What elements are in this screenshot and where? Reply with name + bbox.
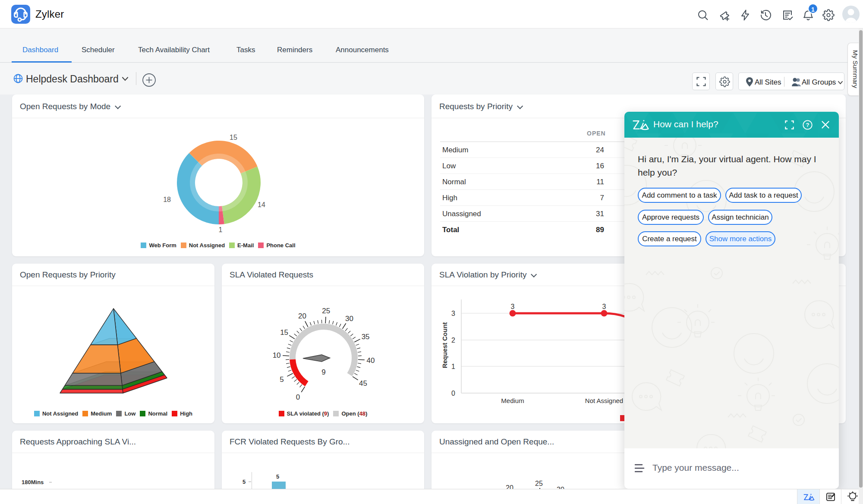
svg-text:Medium: Medium: [501, 397, 524, 404]
svg-text:9: 9: [321, 368, 325, 376]
svg-text:18: 18: [163, 196, 171, 203]
svg-text:5: 5: [280, 375, 283, 384]
svg-text:1: 1: [219, 226, 223, 233]
svg-text:0: 0: [296, 393, 300, 401]
svg-text:35: 35: [362, 333, 370, 341]
svg-text:15: 15: [280, 328, 288, 337]
svg-text:3: 3: [451, 310, 455, 317]
svg-text:2: 2: [451, 337, 455, 344]
svg-text:30: 30: [345, 315, 353, 323]
svg-text:Not Assigned: Not Assigned: [585, 397, 623, 404]
svg-text:40: 40: [366, 356, 375, 365]
svg-text:Request Count: Request Count: [441, 322, 448, 369]
svg-text:3: 3: [602, 303, 606, 310]
svg-text:1: 1: [451, 363, 455, 370]
svg-text:15: 15: [230, 134, 237, 141]
svg-text:14: 14: [258, 201, 265, 208]
svg-text:45: 45: [359, 379, 367, 387]
svg-text:20: 20: [298, 312, 306, 320]
svg-text:0: 0: [451, 390, 455, 397]
svg-text:?: ?: [806, 122, 809, 128]
svg-text:25: 25: [322, 307, 330, 315]
svg-text:10: 10: [273, 351, 281, 359]
svg-text:3: 3: [511, 303, 515, 310]
